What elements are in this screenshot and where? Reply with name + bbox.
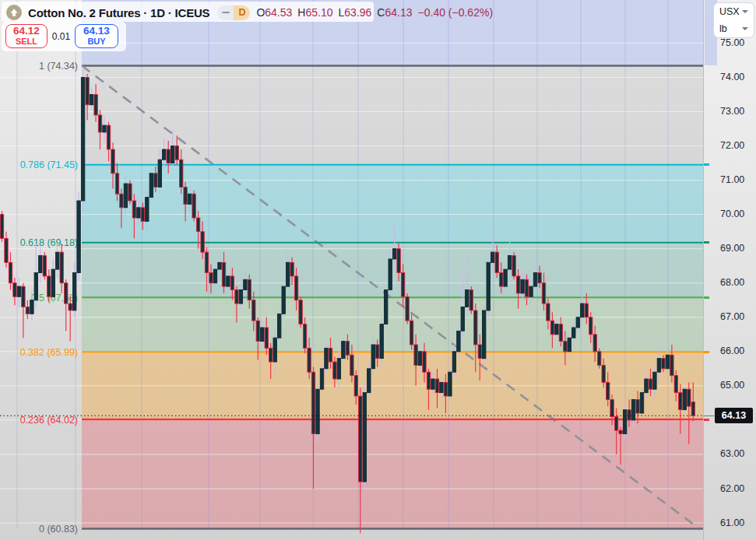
price-tick-label: 67.00	[704, 310, 756, 324]
price-tick-label: 65.00	[704, 379, 756, 392]
collapse-legend-button[interactable]	[217, 5, 234, 20]
buy-label: BUY	[87, 37, 105, 47]
close-value: 64.13	[385, 6, 412, 19]
change-value: −0.40 (−0.62%)	[418, 6, 494, 19]
open-value: 64.53	[265, 6, 292, 19]
price-tick-label: 63.00	[704, 447, 756, 461]
currency-label: USX	[719, 6, 740, 17]
symbol-title[interactable]: Cotton No. 2 Futures · 1D · ICEUS	[28, 6, 209, 19]
unit-select[interactable]: lb	[714, 20, 754, 37]
open-key: O	[256, 6, 265, 19]
legend-chips: D	[217, 5, 250, 20]
price-tick-label: 61.00	[704, 517, 756, 530]
currency-select[interactable]: USX	[714, 3, 754, 20]
price-tick-label: 69.00	[704, 242, 756, 255]
price-tick-label: 75.00	[704, 37, 756, 50]
price-axis[interactable]: 75.0074.0073.0072.0071.0070.0069.0068.00…	[703, 0, 756, 540]
fib-level-axis-tick	[704, 351, 709, 353]
fib-level-axis-tick	[704, 163, 709, 166]
candlestick-chart[interactable]: 1 (74.34)0.786 (71.45)0.618 (69.18)0.5 (…	[0, 0, 703, 540]
svg-text:0.786 (71.45): 0.786 (71.45)	[20, 160, 78, 170]
price-tick-label: 66.00	[704, 345, 756, 358]
high-key: H	[297, 6, 305, 19]
unit-label: lb	[719, 23, 727, 34]
svg-text:1 (74.34): 1 (74.34)	[39, 61, 78, 72]
high-value: 65.10	[305, 6, 332, 19]
fib-level-axis-tick	[704, 419, 709, 421]
chevron-down-icon	[742, 27, 748, 30]
ohlc-readout: O64.53 H65.10 L63.96 C64.13 −0.40 (−0.62…	[256, 6, 493, 19]
price-tick-label: 62.00	[704, 482, 756, 496]
price-tick-label: 71.00	[704, 174, 756, 187]
last-price-line-stub	[704, 416, 716, 416]
symbol-logo-icon	[6, 5, 22, 20]
fib-level-axis-tick	[704, 296, 709, 299]
price-tick-label: 74.00	[704, 71, 756, 84]
chevron-down-icon	[742, 10, 748, 13]
fib-bands	[82, 0, 703, 529]
svg-text:0.382 (65.99): 0.382 (65.99)	[20, 347, 78, 358]
minus-icon	[222, 12, 230, 14]
axis-unit-selector: USX lb	[713, 2, 754, 38]
price-tick-label: 68.00	[704, 276, 756, 289]
price-tick-label: 73.00	[704, 105, 756, 118]
arrow-up-icon	[9, 8, 19, 17]
spread-value: 0.01	[47, 24, 75, 48]
interval-badge[interactable]: D	[234, 5, 250, 20]
close-key: C	[377, 6, 385, 19]
low-value: 63.96	[344, 6, 371, 19]
svg-text:0 (60.83): 0 (60.83)	[39, 524, 78, 535]
sell-label: SELL	[16, 37, 37, 47]
buy-price: 64.13	[83, 26, 110, 37]
price-tick-label: 72.00	[704, 139, 756, 153]
symbol-legend: Cotton No. 2 Futures · 1D · ICEUS D O64.…	[6, 4, 493, 21]
svg-text:0.618 (69.18): 0.618 (69.18)	[20, 237, 78, 248]
price-tick-label: 70.00	[704, 208, 756, 221]
fib-level-axis-tick	[704, 241, 709, 244]
last-price-badge: 64.13	[715, 408, 753, 423]
price-chart-canvas[interactable]: 1 (74.34)0.786 (71.45)0.618 (69.18)0.5 (…	[0, 0, 703, 540]
chart-window: 1 (74.34)0.786 (71.45)0.618 (69.18)0.5 (…	[0, 0, 756, 540]
buy-button[interactable]: 64.13 BUY	[75, 24, 118, 48]
sell-button[interactable]: 64.12 SELL	[5, 24, 47, 48]
sell-price: 64.12	[13, 26, 40, 37]
